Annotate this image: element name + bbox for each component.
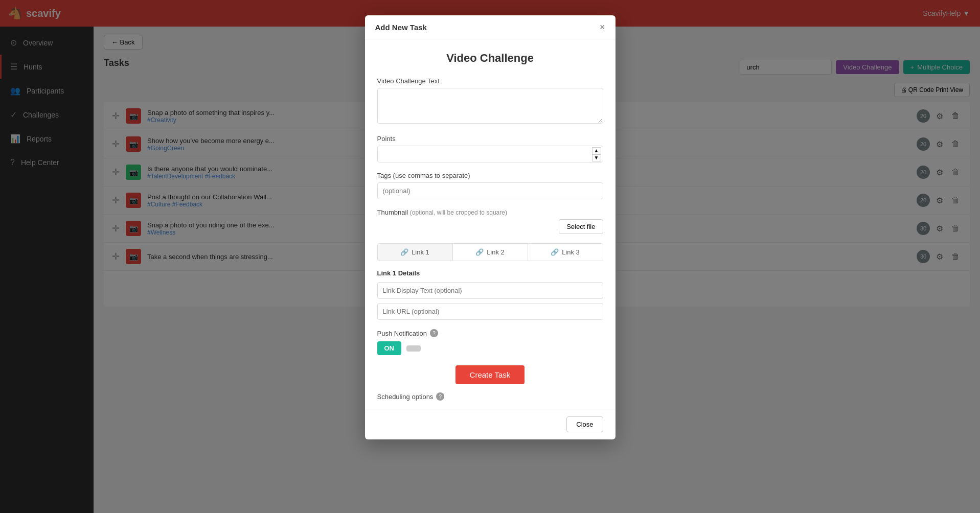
tab-link1-label: Link 1: [412, 248, 429, 256]
tags-input[interactable]: [377, 182, 603, 199]
link2-icon: 🔗: [475, 248, 484, 256]
link1-icon: 🔗: [400, 248, 408, 256]
tab-link2[interactable]: 🔗 Link 2: [453, 244, 528, 261]
modal-overlay: Add New Task × Video Challenge Video Cha…: [0, 0, 980, 513]
thumbnail-row: Select file: [377, 219, 603, 234]
video-challenge-text-label: Video Challenge Text: [377, 77, 603, 85]
modal-header: Add New Task ×: [365, 15, 616, 39]
select-file-button[interactable]: Select file: [559, 219, 603, 234]
add-task-modal: Add New Task × Video Challenge Video Cha…: [365, 15, 616, 439]
tab-link1[interactable]: 🔗 Link 1: [378, 244, 453, 261]
scheduling-help-icon[interactable]: ?: [436, 392, 444, 401]
modal-main-title: Video Challenge: [377, 52, 603, 65]
push-notification-group: Push Notification ? ON: [377, 329, 603, 355]
thumbnail-group: Thumbnail (optional, will be cropped to …: [377, 208, 603, 234]
thumbnail-label: Thumbnail (optional, will be cropped to …: [377, 208, 603, 216]
points-increment[interactable]: ▲: [592, 147, 601, 154]
points-label: Points: [377, 135, 603, 143]
points-decrement[interactable]: ▼: [592, 154, 601, 161]
tab-link2-label: Link 2: [487, 248, 505, 256]
points-wrapper: ▲ ▼: [377, 146, 603, 162]
modal-footer-close-button[interactable]: Close: [566, 416, 603, 432]
link-display-input[interactable]: [377, 282, 603, 299]
create-task-button[interactable]: Create Task: [455, 365, 525, 384]
scheduling-label: Scheduling options: [377, 393, 434, 401]
tags-group: Tags (use commas to separate): [377, 172, 603, 199]
push-notification-label: Push Notification ?: [377, 329, 603, 337]
modal-body: Video Challenge Video Challenge Text Poi…: [365, 39, 616, 409]
push-notification-help-icon[interactable]: ?: [430, 329, 438, 337]
link-tabs: 🔗 Link 1 🔗 Link 2 🔗 Link 3: [377, 243, 603, 261]
link3-icon: 🔗: [551, 248, 559, 256]
link-details-group: Link 1 Details: [377, 269, 603, 320]
modal-header-title: Add New Task: [375, 23, 427, 32]
link-details-title: Link 1 Details: [377, 269, 603, 277]
video-challenge-text-input[interactable]: [377, 88, 603, 124]
modal-close-button[interactable]: ×: [600, 22, 605, 32]
points-group: Points ▲ ▼: [377, 135, 603, 162]
link-url-input[interactable]: [377, 303, 603, 320]
tab-link3-label: Link 3: [562, 248, 580, 256]
modal-footer: Close: [365, 409, 616, 439]
tab-link3[interactable]: 🔗 Link 3: [528, 244, 603, 261]
push-toggle-wrapper: ON: [377, 341, 603, 355]
scheduling-options[interactable]: Scheduling options ?: [377, 392, 603, 401]
points-input[interactable]: [377, 146, 603, 162]
push-toggle-off[interactable]: [406, 345, 421, 352]
tags-label: Tags (use commas to separate): [377, 172, 603, 179]
push-toggle-on[interactable]: ON: [377, 341, 402, 355]
points-spinners: ▲ ▼: [592, 147, 601, 161]
video-challenge-text-group: Video Challenge Text: [377, 77, 603, 126]
